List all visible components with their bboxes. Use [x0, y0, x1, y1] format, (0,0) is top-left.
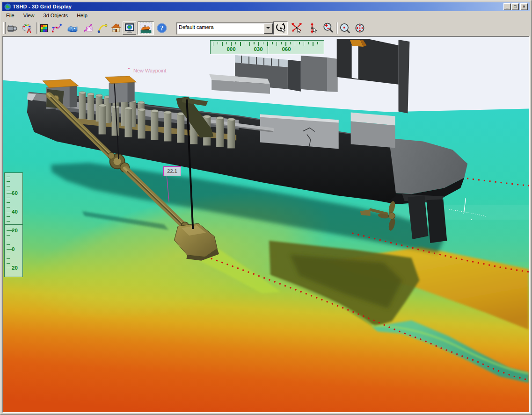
- app-window: TSHD - 3D Grid Display _ □ × File View 3…: [0, 0, 532, 415]
- measure-icon: 1.3: [82, 22, 94, 34]
- ship-display-button[interactable]: [138, 21, 154, 35]
- home-view-button[interactable]: [109, 21, 123, 35]
- curve-icon: [97, 22, 108, 34]
- close-button[interactable]: ×: [520, 3, 528, 10]
- home-icon: [110, 22, 122, 34]
- depth-scale-ticks: [7, 177, 10, 193]
- measure-button[interactable]: 1.3: [81, 21, 95, 35]
- window-title: TSHD - 3D Grid Display: [13, 2, 72, 11]
- depth-scale-label: 20: [12, 265, 23, 271]
- camera-select-dropdown-button[interactable]: [264, 23, 273, 34]
- sea-surface-button[interactable]: [66, 21, 80, 35]
- track-points-button[interactable]: [50, 21, 64, 35]
- zoom-point-icon: [339, 22, 351, 34]
- zoom-fit-icon: [354, 22, 366, 34]
- world-view-button[interactable]: [123, 21, 136, 35]
- pan-view-icon: [291, 22, 303, 34]
- zoom-fit-button[interactable]: [352, 21, 367, 35]
- mid-gantry: [105, 76, 137, 103]
- grid-colors-button[interactable]: [38, 21, 50, 35]
- help-button[interactable]: ?: [155, 21, 168, 35]
- compass-heading-marker: [268, 41, 268, 54]
- compass-label: 000: [224, 46, 238, 52]
- minimize-button[interactable]: _: [503, 3, 511, 10]
- rotate-view-button[interactable]: [273, 21, 288, 35]
- help-icon: ?: [156, 22, 168, 34]
- track-points-icon: [51, 22, 62, 34]
- camera-icon: [7, 22, 18, 34]
- svg-text:1.3: 1.3: [87, 28, 92, 31]
- compass-label: 060: [279, 46, 293, 52]
- menu-view[interactable]: View: [20, 11, 38, 19]
- svg-text:?: ?: [160, 24, 163, 32]
- svg-text:A: A: [27, 27, 32, 34]
- toolbar: A: [2, 20, 530, 36]
- app-globe-icon: [4, 3, 11, 10]
- grid-colors-icon: [39, 23, 49, 33]
- 3d-viewport[interactable]: 000 030 060 60 40 20 0 20 New Waypoint 2…: [2, 36, 530, 413]
- ship-icon: [139, 22, 153, 34]
- compass-ticks: [213, 42, 321, 46]
- depth-scale-label: 40: [12, 209, 23, 215]
- menu-file[interactable]: File: [2, 11, 18, 19]
- camera-select[interactable]: Default camera: [176, 22, 274, 35]
- compass-label: 030: [251, 46, 265, 52]
- camera-select-value: Default camera: [179, 24, 214, 30]
- menu-3d-objects[interactable]: 3d Objects: [40, 11, 72, 19]
- maximize-button[interactable]: □: [511, 3, 519, 10]
- zoom-point-button[interactable]: [338, 21, 352, 35]
- depth-scale: 60 40 20 0 20: [4, 172, 23, 277]
- depth-readout: 22.1: [163, 166, 181, 176]
- menu-bar: File View 3d Objects Help: [2, 11, 530, 20]
- waypoint-label: New Waypoint: [133, 68, 167, 73]
- depth-scale-label: 0: [12, 246, 23, 252]
- depth-scale-label: 20: [12, 228, 23, 233]
- depth-scale-label: 60: [12, 190, 23, 196]
- pan-view-button[interactable]: [289, 21, 304, 35]
- menu-help[interactable]: Help: [73, 11, 91, 19]
- vertical-move-icon: [306, 22, 319, 34]
- display-settings-button[interactable]: A: [20, 21, 36, 35]
- zoom-in-out-icon: [322, 22, 335, 34]
- rotate-view-icon: [275, 22, 287, 34]
- curve-edit-button[interactable]: [95, 21, 109, 35]
- depth-scale-divider: [5, 224, 22, 225]
- funnel: [337, 39, 399, 85]
- vertical-move-button[interactable]: [305, 21, 320, 35]
- palette-icon: A: [22, 22, 34, 34]
- sea-surface-icon: [67, 22, 78, 34]
- camera-button[interactable]: [5, 21, 19, 35]
- globe-monitor-icon: [124, 22, 135, 34]
- title-bar[interactable]: TSHD - 3D Grid Display _ □ ×: [2, 2, 530, 11]
- 3d-scene[interactable]: [3, 37, 529, 412]
- waypoint-marker-dot: [128, 68, 130, 69]
- compass-ruler: 000 030 060: [210, 40, 324, 54]
- waypoint-annotation[interactable]: New Waypoint: [128, 68, 167, 73]
- zoom-in-out-button[interactable]: [321, 21, 335, 35]
